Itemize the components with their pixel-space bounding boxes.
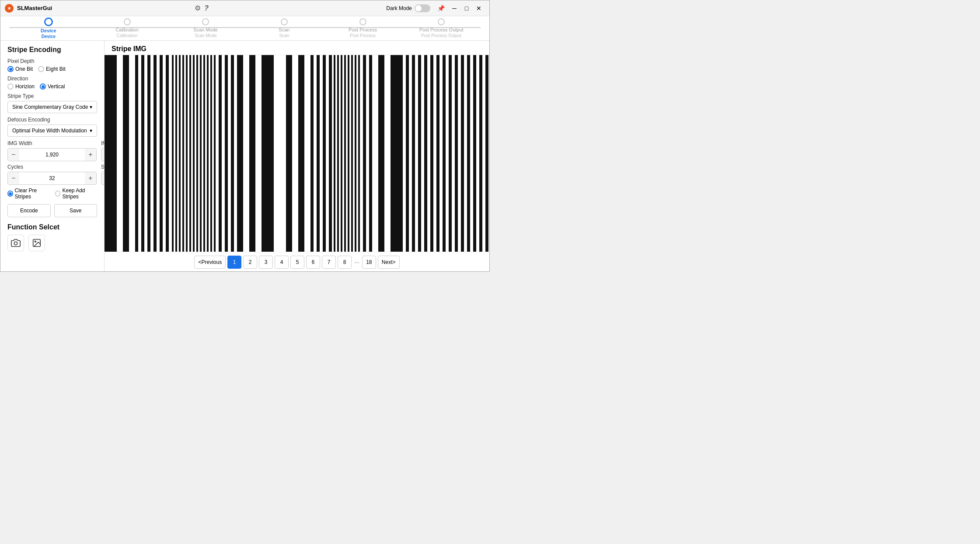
save-button[interactable]: Save — [54, 204, 98, 217]
stripe-type-chevron-icon: ▾ — [90, 104, 92, 110]
prev-button[interactable]: <Previous — [194, 256, 226, 269]
main-layout: Stripe Encoding Pixel Depth One Bit Eigh… — [0, 41, 489, 272]
radio-circle-eight-bit — [38, 66, 44, 72]
nav-step-device[interactable]: Device Device — [9, 17, 88, 38]
cycles-input-row: − + — [7, 172, 97, 185]
svg-rect-24 — [219, 55, 222, 252]
svg-rect-10 — [166, 55, 169, 252]
radio-circle-one-bit — [7, 66, 14, 72]
minimize-button[interactable]: ─ — [448, 2, 460, 14]
svg-rect-52 — [430, 55, 433, 252]
svg-rect-40 — [348, 55, 349, 252]
cycles-increase[interactable]: + — [85, 172, 96, 185]
dark-mode-toggle[interactable] — [415, 4, 430, 12]
function-icons — [7, 235, 97, 251]
step-dot-calibration — [124, 18, 131, 25]
right-panel: Stripe IMG <Previous 1 2 3 4 5 6 7 8 ···… — [105, 41, 489, 272]
shift-time-input-row: − + — [101, 172, 105, 185]
svg-rect-61 — [485, 55, 488, 252]
left-panel: Stripe Encoding Pixel Depth One Bit Eigh… — [0, 41, 105, 272]
clear-pre-stripes[interactable]: Clear Pre Stripes — [7, 187, 49, 200]
step-dot-scan-mode — [202, 18, 209, 25]
shift-time-decrease[interactable]: − — [101, 172, 105, 185]
pin-icon[interactable]: 📌 — [437, 5, 445, 12]
next-button[interactable]: Next> — [378, 256, 400, 269]
page-btn-1[interactable]: 1 — [227, 256, 241, 269]
encode-button[interactable]: Encode — [7, 204, 51, 217]
page-btn-18[interactable]: 18 — [362, 256, 376, 269]
nav-step-calibration[interactable]: Calibration Calibration — [88, 18, 167, 38]
img-height-input-row: − + — [101, 148, 105, 161]
svg-rect-47 — [391, 55, 403, 252]
svg-rect-46 — [378, 55, 384, 252]
svg-rect-12 — [175, 55, 177, 252]
img-height-decrease[interactable]: − — [101, 148, 105, 161]
nav-step-scan[interactable]: Scan Scan — [245, 18, 324, 38]
page-btn-7[interactable]: 7 — [322, 256, 336, 269]
svg-rect-7 — [147, 55, 150, 252]
keep-add-stripes[interactable]: Keep Add Stripes — [55, 187, 97, 200]
svg-rect-11 — [172, 55, 174, 252]
stripe-type-dropdown[interactable]: Sine Complementary Gray Code ▾ — [7, 101, 97, 113]
camera-icon-btn[interactable] — [7, 235, 24, 251]
radio-one-bit[interactable]: One Bit — [7, 66, 33, 72]
shift-time-label: Shift Time — [101, 164, 105, 170]
radio-circle-keep-add — [55, 191, 61, 197]
keep-add-label: Keep Add Stripes — [62, 187, 97, 200]
step-dot-post-process — [359, 18, 366, 25]
settings-icon[interactable]: ⚙ — [195, 4, 201, 12]
pagination: <Previous 1 2 3 4 5 6 7 8 ··· 18 Next> — [105, 252, 489, 272]
dark-mode-area: Dark Mode — [386, 4, 430, 12]
svg-rect-48 — [406, 55, 409, 252]
defocus-encoding-section: Defocus Encoding Optimal Pulse Width Mod… — [7, 117, 97, 137]
function-select-title: Function Selcet — [7, 223, 97, 231]
page-btn-3[interactable]: 3 — [259, 256, 273, 269]
svg-rect-28 — [249, 55, 255, 252]
radio-eight-bit[interactable]: Eight Bit — [38, 66, 66, 72]
cycles-input[interactable] — [19, 175, 85, 181]
svg-rect-50 — [418, 55, 421, 252]
page-dots: ··· — [353, 259, 360, 266]
nav-step-post-process-output[interactable]: Post Process Output Post Process Output — [402, 18, 481, 38]
page-btn-8[interactable]: 8 — [338, 256, 352, 269]
page-btn-6[interactable]: 6 — [306, 256, 320, 269]
page-btn-4[interactable]: 4 — [275, 256, 289, 269]
page-btn-5[interactable]: 5 — [290, 256, 304, 269]
defocus-dropdown[interactable]: Optimal Pulse Width Modulation ▾ — [7, 125, 97, 137]
svg-rect-57 — [461, 55, 464, 252]
page-btn-2[interactable]: 2 — [243, 256, 257, 269]
radio-circle-vertical — [40, 83, 46, 90]
cycles-decrease[interactable]: − — [8, 172, 19, 185]
svg-rect-25 — [225, 55, 228, 252]
help-icon[interactable]: ? — [204, 4, 209, 12]
svg-rect-54 — [443, 55, 446, 252]
svg-rect-32 — [310, 55, 314, 252]
image-edit-icon-btn[interactable] — [28, 235, 45, 251]
step-label-post-process: Post Process — [349, 27, 377, 33]
svg-point-0 — [14, 242, 17, 245]
svg-rect-38 — [341, 55, 342, 252]
radio-vertical[interactable]: Vertical — [40, 83, 65, 90]
title-icons: ⚙ ? — [195, 4, 209, 12]
svg-rect-6 — [141, 55, 144, 252]
step-sublabel-scan-mode: Scan Mode — [195, 33, 217, 38]
radio-label-eight-bit: Eight Bit — [46, 66, 66, 72]
svg-rect-9 — [160, 55, 163, 252]
svg-rect-30 — [286, 55, 292, 252]
svg-rect-59 — [473, 55, 476, 252]
close-button[interactable]: ✕ — [473, 2, 485, 14]
img-width-col: IMG Width − + — [7, 140, 97, 164]
defocus-chevron-icon: ▾ — [90, 128, 92, 134]
radio-horizion[interactable]: Horizion — [7, 83, 35, 90]
nav-step-scan-mode[interactable]: Scan Mode Scan Mode — [166, 18, 245, 38]
stripe-type-label: Stripe Type — [7, 93, 97, 99]
defocus-label: Defocus Encoding — [7, 117, 97, 123]
img-width-decrease[interactable]: − — [8, 148, 19, 161]
img-width-input[interactable] — [19, 152, 85, 158]
maximize-button[interactable]: □ — [460, 2, 473, 14]
nav-step-post-process[interactable]: Post Process Post Process — [324, 18, 402, 38]
img-width-increase[interactable]: + — [85, 148, 96, 161]
svg-rect-8 — [153, 55, 157, 252]
radio-circle-horizion — [7, 83, 14, 90]
svg-rect-21 — [207, 55, 209, 252]
